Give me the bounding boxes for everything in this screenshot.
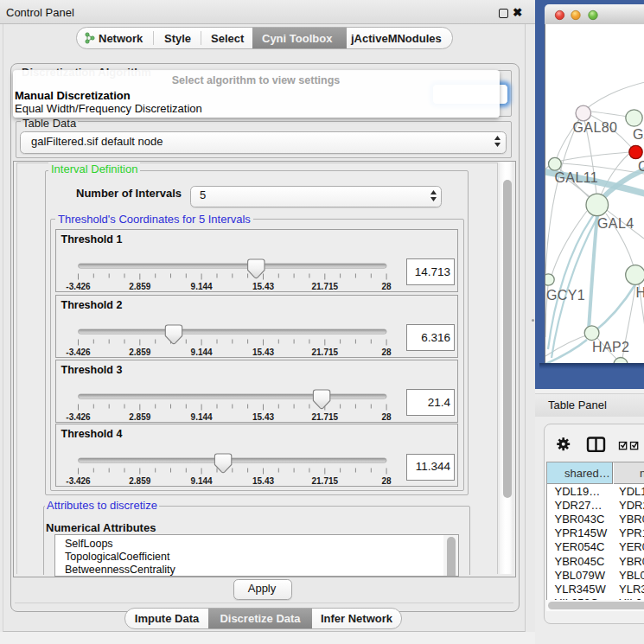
svg-text:GAL80: GAL80 (573, 120, 618, 135)
svg-text:2.859: 2.859 (129, 281, 150, 290)
svg-text:15.43: 15.43 (252, 476, 273, 486)
svg-text:28: 28 (381, 476, 392, 486)
svg-text:-3.426: -3.426 (66, 347, 91, 356)
svg-text:2.859: 2.859 (129, 411, 150, 421)
svg-text:2.859: 2.859 (129, 347, 150, 356)
svg-text:21.715: 21.715 (311, 281, 338, 290)
svg-text:21.715: 21.715 (311, 347, 338, 356)
svg-text:15.43: 15.43 (252, 347, 273, 356)
svg-text:HAP2: HAP2 (592, 340, 629, 354)
svg-text:GAL4: GAL4 (597, 216, 634, 231)
svg-text:H: H (636, 285, 644, 300)
svg-text:9.144: 9.144 (190, 347, 212, 356)
svg-text:9.144: 9.144 (190, 476, 212, 486)
svg-text:21.715: 21.715 (311, 476, 338, 486)
svg-text:28: 28 (381, 347, 392, 356)
svg-text:GA: GA (633, 127, 644, 142)
svg-text:15.43: 15.43 (252, 281, 273, 290)
svg-text:9.144: 9.144 (190, 281, 212, 290)
svg-text:2.859: 2.859 (129, 476, 150, 486)
svg-text:-3.426: -3.426 (66, 411, 91, 421)
svg-text:GAL11: GAL11 (555, 170, 599, 185)
svg-text:21.715: 21.715 (311, 411, 338, 421)
svg-text:-3.426: -3.426 (66, 476, 91, 486)
svg-text:C: C (638, 159, 644, 174)
svg-text:GCY1: GCY1 (546, 287, 585, 302)
svg-text:9.144: 9.144 (190, 411, 212, 421)
svg-text:-3.426: -3.426 (66, 281, 91, 290)
svg-text:28: 28 (381, 411, 392, 421)
svg-text:15.43: 15.43 (252, 411, 273, 421)
svg-text:28: 28 (381, 281, 392, 290)
